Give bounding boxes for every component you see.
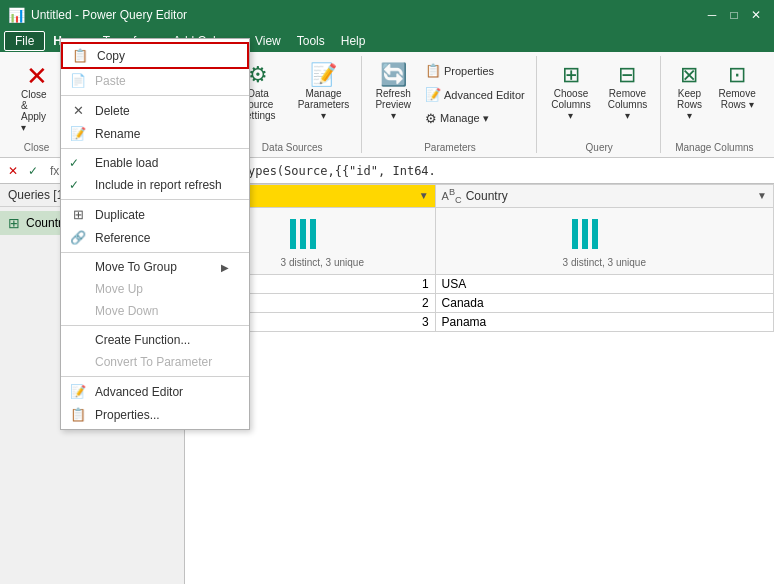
data-area: 123 id ▼ ABC Country <box>185 184 774 584</box>
menu-help[interactable]: Help <box>333 32 374 50</box>
formula-bar-buttons: ✕ ✓ <box>4 162 42 180</box>
ctx-advanced-editor[interactable]: 📝 Advanced Editor <box>61 380 249 403</box>
manage-label: Manage ▾ <box>440 112 489 125</box>
ctx-enable-load-label: Enable load <box>95 156 158 170</box>
ctx-paste[interactable]: 📄 Paste <box>61 69 249 92</box>
queries-panel: Queries [1] ◀ ⊞ Countries 📋 Copy 📄 Paste… <box>0 184 185 584</box>
country-col-label: Country <box>466 189 508 203</box>
title-bar: 📊 Untitled - Power Query Editor ─ □ ✕ <box>0 0 774 30</box>
svg-rect-2 <box>310 219 316 249</box>
ctx-create-function[interactable]: Create Function... <box>61 329 249 351</box>
formula-cancel-button[interactable]: ✕ <box>4 162 22 180</box>
ctx-enable-load[interactable]: ✓ Enable load <box>61 152 249 174</box>
ctx-reference[interactable]: 🔗 Reference <box>61 226 249 249</box>
keep-rows-icon: ⊠ <box>680 62 698 88</box>
adv-editor-icon: 📝 <box>69 384 87 399</box>
keep-rows-label: KeepRows ▾ <box>674 88 705 121</box>
ctx-reference-label: Reference <box>95 231 150 245</box>
ctx-copy-label: Copy <box>97 49 125 63</box>
ctx-move-to-group[interactable]: Move To Group ▶ <box>61 256 249 278</box>
ribbon-group-close: ✕ Close & Apply ▾ Close <box>8 56 66 153</box>
manage-params-icon: 📝 <box>310 62 337 88</box>
menu-view[interactable]: View <box>247 32 289 50</box>
rename-icon: 📝 <box>69 126 87 141</box>
choose-columns-label: ChooseColumns ▾ <box>550 88 593 121</box>
ctx-sep-1 <box>61 95 249 96</box>
ctx-rename[interactable]: 📝 Rename <box>61 122 249 145</box>
svg-rect-3 <box>572 219 578 249</box>
refresh-preview-button[interactable]: 🔄 RefreshPreview ▾ <box>370 58 416 125</box>
advanced-editor-button[interactable]: 📝 Advanced Editor <box>420 84 530 105</box>
ctx-move-up-label: Move Up <box>95 282 143 296</box>
country-header-left: ABC Country <box>442 187 508 205</box>
properties-ctx-icon: 📋 <box>69 407 87 422</box>
country-cell-3: Panama <box>435 312 773 331</box>
duplicate-icon: ⊞ <box>69 207 87 222</box>
ctx-delete-label: Delete <box>95 104 130 118</box>
context-menu: 📋 Copy 📄 Paste ✕ Delete 📝 Rename ✓ Enabl… <box>60 38 250 430</box>
remove-columns-button[interactable]: ⊟ RemoveColumns ▾ <box>601 58 654 125</box>
paste-icon: 📄 <box>69 73 87 88</box>
properties-button[interactable]: 📋 Properties <box>420 60 530 81</box>
reference-icon: 🔗 <box>69 230 87 245</box>
close-apply-label-bot: Apply ▾ <box>21 111 52 133</box>
ctx-move-down-label: Move Down <box>95 304 158 318</box>
id-col-dropdown-icon[interactable]: ▼ <box>419 190 429 201</box>
advanced-editor-icon: 📝 <box>425 87 441 102</box>
menu-tools[interactable]: Tools <box>289 32 333 50</box>
refresh-preview-label: RefreshPreview ▾ <box>375 88 411 121</box>
close-group-items: ✕ Close & Apply ▾ <box>14 56 59 140</box>
properties-icon: 📋 <box>425 63 441 78</box>
country-stat-text: 3 distinct, 3 unique <box>444 257 765 268</box>
manage-button[interactable]: ⚙ Manage ▾ <box>420 108 530 129</box>
country-header-content: ABC Country ▼ <box>442 187 767 205</box>
country-cell-1: USA <box>435 274 773 293</box>
remove-rows-label: RemoveRows ▾ <box>719 88 756 110</box>
country-stat-cell: 3 distinct, 3 unique <box>435 207 773 274</box>
ctx-properties[interactable]: 📋 Properties... <box>61 403 249 426</box>
remove-rows-button[interactable]: ⊡ RemoveRows ▾ <box>714 58 760 114</box>
country-column-header[interactable]: ABC Country ▼ <box>435 185 773 208</box>
ctx-delete[interactable]: ✕ Delete <box>61 99 249 122</box>
ctx-convert-param[interactable]: Convert To Parameter <box>61 351 249 373</box>
remove-columns-label: RemoveColumns ▾ <box>606 88 649 121</box>
advanced-editor-label: Advanced Editor <box>444 89 525 101</box>
menu-file[interactable]: File <box>4 31 45 51</box>
formula-accept-button[interactable]: ✓ <box>24 162 42 180</box>
data-table: 123 id ▼ ABC Country <box>185 184 774 332</box>
ctx-duplicate-label: Duplicate <box>95 208 145 222</box>
table-row: 3 3 Panama <box>186 312 774 331</box>
ctx-sep-4 <box>61 252 249 253</box>
close-window-button[interactable]: ✕ <box>746 5 766 25</box>
close-apply-button[interactable]: ✕ Close & Apply ▾ <box>14 58 59 138</box>
ctx-move-up[interactable]: Move Up <box>61 278 249 300</box>
ctx-duplicate[interactable]: ⊞ Duplicate <box>61 203 249 226</box>
maximize-button[interactable]: □ <box>724 5 744 25</box>
manage-columns-items: ⊞ ChooseColumns ▾ ⊟ RemoveColumns ▾ <box>545 56 654 140</box>
close-group-label: Close <box>24 140 50 153</box>
ctx-paste-label: Paste <box>95 74 126 88</box>
country-col-dropdown-icon[interactable]: ▼ <box>757 190 767 201</box>
ctx-move-to-group-label: Move To Group <box>95 260 177 274</box>
svg-rect-0 <box>290 219 296 249</box>
remove-columns-icon: ⊟ <box>618 62 636 88</box>
manage-params-button[interactable]: 📝 ManageParameters ▾ <box>292 58 356 125</box>
app-icon: 📊 <box>8 7 25 23</box>
minimize-button[interactable]: ─ <box>702 5 722 25</box>
ctx-include-refresh[interactable]: ✓ Include in report refresh <box>61 174 249 196</box>
choose-columns-button[interactable]: ⊞ ChooseColumns ▾ <box>545 58 598 125</box>
ctx-convert-param-label: Convert To Parameter <box>95 355 212 369</box>
delete-icon: ✕ <box>69 103 87 118</box>
remove-rows-icon: ⊡ <box>728 62 746 88</box>
keep-rows-button[interactable]: ⊠ KeepRows ▾ <box>669 58 710 125</box>
ctx-move-down[interactable]: Move Down <box>61 300 249 322</box>
data-grid[interactable]: 123 id ▼ ABC Country <box>185 184 774 584</box>
data-rows: 1 1 USA 2 2 Canada 3 3 Panama <box>186 274 774 331</box>
main-layout: Queries [1] ◀ ⊞ Countries 📋 Copy 📄 Paste… <box>0 184 774 584</box>
ctx-copy[interactable]: 📋 Copy <box>61 42 249 69</box>
stat-row: 3 distinct, 3 unique 3 distinct, 3 uniqu… <box>186 207 774 274</box>
choose-columns-icon: ⊞ <box>562 62 580 88</box>
include-refresh-check-icon: ✓ <box>69 178 87 192</box>
svg-rect-4 <box>582 219 588 249</box>
reduce-rows-group-label: Manage Columns <box>675 140 753 153</box>
